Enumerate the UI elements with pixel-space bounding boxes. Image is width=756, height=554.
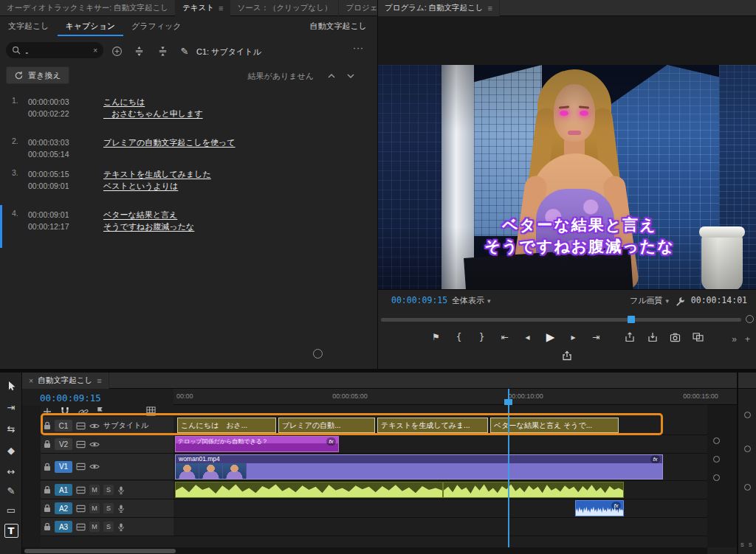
track-content-a1[interactable] [173, 481, 707, 499]
track-label-a3[interactable]: A3 [55, 521, 72, 533]
track-patch-icon[interactable] [76, 523, 86, 531]
subtab-transcript[interactable]: 文字起こし [0, 18, 58, 36]
hand-tool[interactable]: ▭ [0, 501, 22, 519]
timeline-marker-icon[interactable] [96, 406, 105, 416]
panel-menu-icon[interactable]: ≡ [488, 4, 492, 13]
music-audio-clip[interactable]: fx [575, 500, 624, 516]
track-label-a2[interactable]: A2 [55, 502, 72, 514]
tab-program[interactable]: プログラム: 自動文字起こし≡ [378, 0, 500, 16]
track-label-c1[interactable]: C1 [55, 420, 72, 432]
auto-transcribe-button[interactable]: 自動文字起こし [309, 21, 367, 32]
go-to-out-button[interactable]: ⇥ [590, 330, 603, 344]
split-captions-button[interactable] [131, 44, 146, 58]
tab-text[interactable]: テキスト≡ [176, 0, 230, 16]
subtab-captions[interactable]: キャプション [58, 18, 124, 36]
panel-knob[interactable] [744, 446, 751, 452]
mark-out-button[interactable]: } [475, 330, 489, 344]
lift-button[interactable] [623, 330, 636, 344]
track-patch-icon[interactable] [76, 440, 86, 449]
audio-clip[interactable] [175, 482, 443, 498]
mute-button[interactable]: M [89, 522, 100, 532]
panel-knob[interactable] [744, 484, 751, 491]
caption-clip[interactable]: プレミアの自動... [278, 418, 375, 433]
lock-icon[interactable] [44, 463, 51, 471]
type-tool[interactable]: T [0, 522, 22, 539]
caption-row[interactable]: 2. 00:00:03:0300:00:05:14 プレミアの自動文字起こしを使… [0, 134, 373, 167]
lock-icon[interactable] [44, 421, 51, 430]
caption-track-selector[interactable]: C1: サブタイトル [196, 46, 261, 58]
edge-button-s[interactable]: S [749, 542, 752, 547]
track-patch-icon[interactable] [76, 486, 86, 494]
go-to-in-button[interactable]: ⇤ [498, 330, 512, 344]
settings-wrench-icon[interactable] [676, 297, 685, 306]
tab-source[interactable]: ソース：（クリップなし） [230, 0, 339, 16]
previous-result-button[interactable] [324, 69, 339, 83]
voiceover-mic-icon[interactable] [117, 522, 125, 532]
track-patch-icon[interactable] [76, 505, 86, 513]
timeline-horizontal-scrollbar[interactable] [22, 547, 707, 554]
track-label-v1[interactable]: V1 [55, 461, 72, 473]
program-scrubber[interactable] [381, 318, 741, 322]
graphic-clip[interactable]: テロップ関係だから自動できる？ fx [175, 436, 339, 452]
track-visibility-eye-icon[interactable] [89, 441, 100, 448]
scrubber-playhead[interactable] [628, 316, 635, 323]
track-content-a2[interactable]: fx [173, 499, 707, 518]
track-height-knob[interactable] [713, 456, 720, 463]
next-result-button[interactable] [343, 69, 358, 83]
subtab-graphics[interactable]: グラフィック [123, 18, 190, 36]
lock-icon[interactable] [44, 522, 51, 531]
timeline-display-settings-icon[interactable] [146, 406, 156, 416]
voiceover-mic-icon[interactable] [117, 504, 125, 513]
track-height-knob[interactable] [713, 437, 720, 444]
mute-button[interactable]: M [89, 485, 100, 495]
transport-overflow-icon[interactable]: » [732, 334, 737, 344]
caption-clip[interactable]: こんにちは おさ... [177, 418, 276, 433]
play-button[interactable]: ▶ [544, 330, 557, 344]
solo-button[interactable]: S [103, 503, 114, 513]
scrollbar-thumb[interactable] [24, 549, 176, 553]
timeline-timecode[interactable]: 00:00:09:15 [40, 392, 101, 404]
caption-row[interactable]: 3. 00:00:05:1500:00:09:01 テキストを生成してみましたベ… [0, 166, 373, 206]
track-height-knob[interactable] [713, 474, 720, 481]
playback-timecode[interactable]: 00:00:09:15 [391, 295, 447, 305]
step-back-button[interactable]: ◂ [521, 330, 535, 344]
tab-audio-track-mixer[interactable]: オーディオトラックミキサー: 自動文字起こし [0, 0, 176, 16]
track-visibility-eye-icon[interactable] [89, 463, 100, 470]
more-options-button[interactable]: ··· [353, 43, 364, 53]
track-visibility-eye-icon[interactable] [89, 423, 100, 429]
timeline-playhead[interactable] [508, 389, 509, 547]
caption-text[interactable]: ベターな結果と言えそうですねお腹減ったな [103, 209, 194, 232]
video-clip[interactable]: woman01.mp4fx [175, 454, 663, 479]
track-content-v2[interactable]: テロップ関係だから自動できる？ fx [173, 435, 707, 454]
voiceover-mic-icon[interactable] [117, 485, 125, 495]
lock-icon[interactable] [44, 504, 51, 513]
track-patch-icon[interactable] [76, 422, 86, 430]
solo-button[interactable]: S [103, 485, 114, 495]
panel-menu-icon[interactable]: ≡ [97, 376, 101, 385]
razor-tool[interactable]: ◆ [0, 441, 22, 459]
track-content-c1[interactable]: こんにちは おさ... プレミアの自動... テキストを生成してみま... ベタ… [173, 417, 707, 435]
slip-tool[interactable]: ↔ [0, 463, 22, 480]
caption-clip[interactable]: テキストを生成してみま... [377, 418, 488, 433]
extract-button[interactable] [646, 330, 659, 344]
edge-button-s[interactable]: S [740, 542, 744, 547]
panel-knob[interactable] [744, 412, 751, 418]
playhead-handle[interactable] [504, 399, 512, 405]
export-share-button[interactable] [562, 350, 572, 361]
selection-tool[interactable] [0, 377, 22, 395]
add-button[interactable]: + [745, 334, 750, 344]
mark-in-button[interactable]: { [453, 330, 466, 344]
ripple-edit-tool[interactable]: ⇆ [0, 420, 22, 437]
close-icon[interactable]: × [29, 376, 33, 385]
search-clear-icon[interactable]: × [93, 46, 97, 55]
track-patch-icon[interactable] [76, 463, 86, 471]
snap-magnet-icon[interactable] [61, 406, 69, 416]
track-label-a1[interactable]: A1 [55, 484, 72, 496]
timeline-ruler[interactable]: 00:00 00:00:05:00 00:00:10:00 00:00:15:0… [173, 389, 737, 405]
merge-captions-button[interactable] [155, 44, 170, 58]
track-content-v1[interactable]: woman01.mp4fx [173, 454, 707, 481]
playback-resolution-select[interactable]: フル画質▾ [630, 295, 669, 306]
audio-clip[interactable] [443, 482, 624, 498]
scrubber-zoom-knob[interactable] [746, 315, 754, 323]
caption-text[interactable]: テキストを生成してみましたベストというよりは [103, 168, 211, 192]
